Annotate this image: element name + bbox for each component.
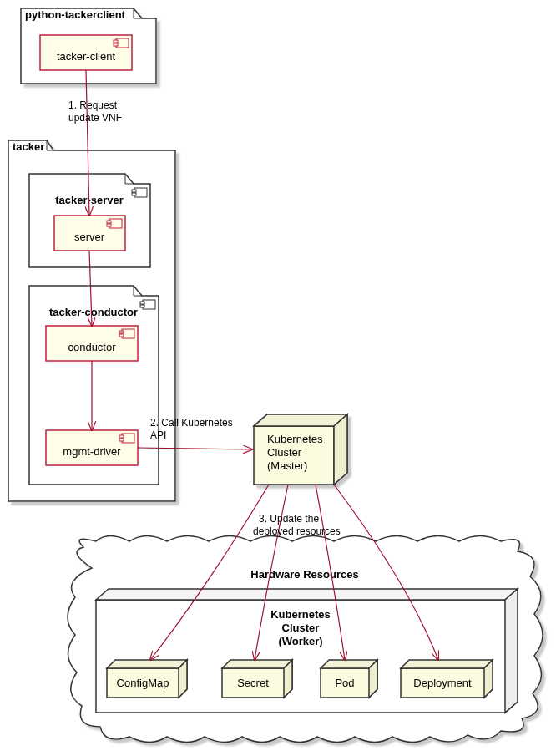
- package-tacker-conductor: tacker-conductor conductor mgmt-driver: [29, 286, 159, 485]
- node-configmap: ConfigMap: [107, 660, 187, 698]
- arrow-label: deployed resources: [253, 525, 341, 537]
- svg-rect-2: [114, 40, 118, 43]
- component-tacker-client: tacker-client: [40, 35, 132, 70]
- svg-rect-6: [132, 193, 136, 195]
- svg-rect-20: [119, 435, 124, 438]
- svg-marker-22: [254, 414, 347, 426]
- component-conductor: conductor: [46, 326, 138, 361]
- svg-rect-17: [119, 334, 124, 337]
- svg-rect-5: [132, 190, 136, 192]
- component-icon: [114, 38, 129, 48]
- arrow-label: update VNF: [68, 112, 122, 124]
- node-label: Deployment: [413, 677, 472, 689]
- component-label: server: [74, 231, 105, 243]
- component-mgmt-driver: mgmt-driver: [46, 430, 138, 465]
- package-title: python-tackerclient: [25, 8, 126, 21]
- component-icon: [107, 219, 122, 228]
- arrow-label: API: [150, 429, 166, 441]
- arrow-label: 1. Request: [68, 99, 118, 111]
- component-icon: [140, 300, 155, 309]
- cloud-title: Hardware Resources: [250, 568, 358, 581]
- node-label: Secret: [237, 677, 269, 689]
- arrow-label: 3. Update the: [259, 513, 319, 525]
- component-icon: [119, 434, 134, 443]
- component-label: mgmt-driver: [63, 445, 121, 458]
- node-label: (Worker): [278, 635, 322, 647]
- svg-marker-37: [401, 660, 493, 668]
- node-pod: Pod: [321, 660, 377, 698]
- node-label: (Master): [267, 459, 307, 472]
- svg-rect-16: [119, 331, 124, 333]
- node-label: Cluster: [267, 446, 302, 459]
- svg-marker-25: [96, 589, 518, 600]
- svg-marker-28: [107, 660, 187, 668]
- svg-marker-31: [222, 660, 292, 668]
- svg-marker-23: [334, 414, 347, 485]
- svg-rect-12: [140, 302, 144, 304]
- node-label: Cluster: [282, 622, 320, 634]
- package-python-tackerclient: python-tackerclient tacker-client: [21, 8, 156, 84]
- svg-rect-10: [107, 224, 111, 226]
- node-label: ConfigMap: [117, 677, 169, 689]
- component-icon: [119, 329, 134, 338]
- svg-marker-34: [321, 660, 377, 668]
- node-label: Pod: [335, 677, 354, 689]
- svg-marker-26: [505, 589, 518, 713]
- node-label: Kubernetes: [267, 433, 323, 445]
- svg-rect-3: [114, 43, 118, 46]
- package-title: tacker: [13, 140, 44, 153]
- node-kubernetes-master: Kubernetes Cluster (Master): [254, 414, 347, 485]
- component-label: conductor: [68, 341, 116, 353]
- node-deployment: Deployment: [401, 660, 493, 698]
- node-secret: Secret: [222, 660, 292, 698]
- node-label: Kubernetes: [270, 608, 331, 621]
- arrow-label: 2. Call Kubernetes: [150, 417, 233, 429]
- svg-rect-21: [119, 439, 124, 441]
- uml-component-diagram: python-tackerclient tacker-client tacker…: [0, 0, 556, 756]
- package-title: tacker-conductor: [49, 306, 138, 318]
- component-label: tacker-client: [57, 50, 115, 63]
- svg-rect-13: [140, 305, 144, 307]
- component-server: server: [54, 216, 125, 251]
- component-icon: [132, 188, 147, 197]
- svg-rect-9: [107, 221, 111, 223]
